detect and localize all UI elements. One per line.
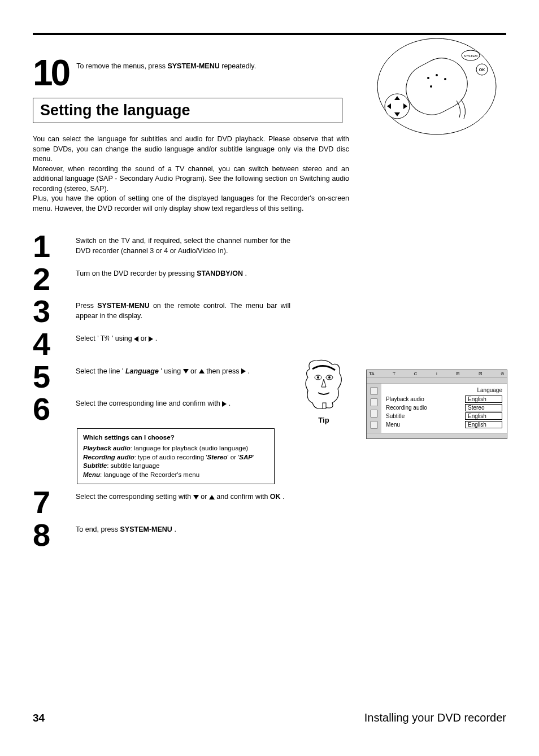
step-number: 7 <box>33 489 67 516</box>
osd-side-icon <box>370 387 378 395</box>
text: Turn on the DVD recorder by pressing <box>76 270 197 277</box>
arrow-up-icon <box>199 369 205 373</box>
step-number: 1 <box>33 233 67 260</box>
step-text: Select the line ' Language ' using or th… <box>76 363 290 377</box>
system-menu-label: SYSTEM-MENU <box>97 302 149 310</box>
svg-point-11 <box>444 78 446 80</box>
ok-button-label: OK <box>479 68 485 72</box>
label: Menu <box>83 471 100 478</box>
step-8: 8 To end, press SYSTEM-MENU . <box>33 522 349 549</box>
page-footer: 34 Installing your DVD recorder <box>33 711 506 724</box>
osd-row-label: Recording audio <box>386 405 427 411</box>
step-2: 2 Turn on the DVD recorder by pressing S… <box>33 266 349 293</box>
arrow-right-icon <box>241 368 246 374</box>
text: To end, press <box>76 525 120 533</box>
text: : language for playback (audio language) <box>131 445 248 451</box>
svg-point-12 <box>430 85 432 88</box>
text: and confirm with <box>216 493 270 501</box>
osd-top-icon: ⊡ <box>479 371 483 376</box>
intro-p1: You can select the language for subtitle… <box>33 134 349 164</box>
tip-title: Which settings can I choose? <box>83 433 268 442</box>
language-label: Language <box>125 367 159 375</box>
step-number: 5 <box>33 363 67 390</box>
text: or <box>201 493 209 501</box>
step-4: 4 Select ' T𝔑 ' using or . <box>33 331 349 358</box>
arrow-left-icon <box>134 336 138 342</box>
step-number-10: 10 <box>33 59 68 88</box>
arrow-right-icon <box>222 401 227 407</box>
step-text: Select ' T𝔑 ' using or . <box>76 331 290 344</box>
footer-title: Installing your DVD recorder <box>364 711 506 724</box>
osd-row: Subtitle English <box>386 412 502 420</box>
osd-row-value: English <box>465 396 502 403</box>
label: Recording audio <box>83 454 134 460</box>
system-button-label: SYSTEM <box>464 54 478 58</box>
text: Select ' <box>76 334 99 342</box>
system-menu-label: SYSTEM-MENU <box>120 525 172 533</box>
step-number: 6 <box>33 396 67 423</box>
osd-top-icon: TA <box>369 371 375 376</box>
text: . <box>229 399 231 407</box>
text: ' or ' <box>227 454 239 460</box>
osd-topbar: TA T C ↕ ⊞ ⊡ ⊙ <box>367 370 507 378</box>
intro-p3: Plus, you have the option of setting one… <box>33 194 349 214</box>
osd-top-icon: C <box>414 371 417 376</box>
osd-side-icon <box>370 410 378 418</box>
text: . <box>245 270 246 277</box>
text: : subtitle language <box>107 462 159 469</box>
step-3: 3 Press SYSTEM-MENU on the remote contro… <box>33 298 349 325</box>
system-menu-label: SYSTEM-MENU <box>167 62 219 70</box>
step-text: Switch on the TV and, if required, selec… <box>76 233 290 256</box>
text: . <box>174 525 176 533</box>
svg-point-16 <box>328 376 331 379</box>
section-title: Setting the language <box>40 102 335 119</box>
text: or <box>141 334 149 342</box>
step-number: 3 <box>33 298 67 325</box>
ok-label: OK <box>270 493 281 501</box>
text: repeatedly. <box>221 62 256 70</box>
step-number: 8 <box>33 522 67 549</box>
arrow-right-icon <box>149 336 153 342</box>
arrow-down-icon <box>183 369 189 373</box>
step-text: To end, press SYSTEM-MENU . <box>76 522 290 535</box>
osd-heading: Language <box>386 387 502 393</box>
step-10-text: To remove the menus, press SYSTEM-MENU r… <box>76 59 256 70</box>
step-number: 4 <box>33 331 67 358</box>
tip-graphic: Tip <box>298 358 349 424</box>
step-text: Press SYSTEM-MENU on the remote control.… <box>76 298 290 321</box>
text: . <box>155 334 157 342</box>
text: . <box>248 367 250 375</box>
osd-row-value: Stereo <box>465 404 502 411</box>
osd-side-icon <box>370 421 378 429</box>
tip-line-4: Menu: language of the Recorder's menu <box>83 471 268 480</box>
label: Subtitle <box>83 462 107 469</box>
tool-icon: T𝔑 <box>101 334 110 342</box>
tip-line-2: Recording audio: type of audio recording… <box>83 453 268 462</box>
osd-top-icon: ⊙ <box>501 371 505 376</box>
step-1: 1 Switch on the TV and, if required, sel… <box>33 233 349 260</box>
step-number: 2 <box>33 266 67 293</box>
osd-row-label: Subtitle <box>386 413 405 419</box>
osd-sidebar <box>367 384 381 433</box>
text: Select the corresponding line and confir… <box>76 399 222 407</box>
svg-rect-17 <box>323 403 326 409</box>
osd-row-label: Playback audio <box>386 396 424 402</box>
step-text: Turn on the DVD recorder by pressing STA… <box>76 266 290 279</box>
label: Playback audio <box>83 445 131 451</box>
osd-row: Recording audio Stereo <box>386 404 502 411</box>
step-text: Select the corresponding setting with or… <box>76 489 290 502</box>
standby-on-label: STANDBY/ON <box>197 270 243 277</box>
tip-box: Which settings can I choose? Playback au… <box>77 428 275 485</box>
text: ' using <box>160 367 182 375</box>
osd-language-menu: TA T C ↕ ⊞ ⊡ ⊙ L <box>366 370 507 439</box>
osd-row-value: English <box>465 412 502 420</box>
osd-side-icon <box>370 398 378 406</box>
intro-block: You can select the language for subtitle… <box>33 134 349 214</box>
osd-row-label: Menu <box>386 422 400 428</box>
text: . <box>282 493 284 501</box>
osd-bottombar <box>367 433 507 438</box>
section-title-box: Setting the language <box>33 98 342 123</box>
tip-label: Tip <box>298 416 349 424</box>
osd-top-icon: ⊞ <box>456 371 460 376</box>
svg-rect-1 <box>397 50 476 124</box>
